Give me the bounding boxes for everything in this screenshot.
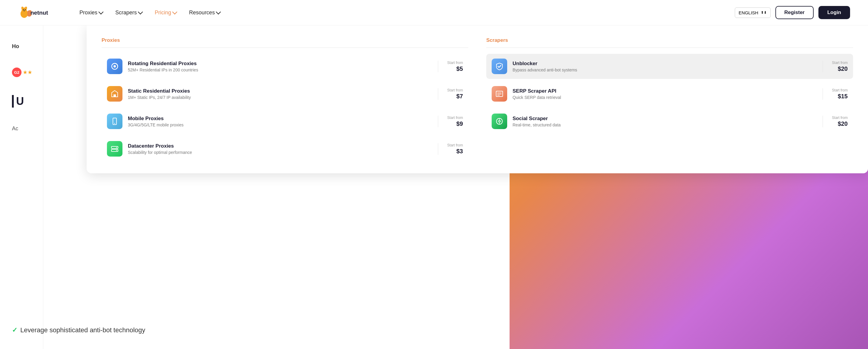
nav-item-pricing[interactable]: Pricing: [150, 6, 181, 19]
unblocker-price: Start from $20: [823, 61, 848, 72]
scraper-item-serp[interactable]: SERP Scraper API Quick SERP data retriev…: [486, 81, 853, 106]
left-g2-badge: G2 ★★: [12, 67, 43, 77]
proxy-item-static[interactable]: Static Residential Proxies 1M+ Static IP…: [101, 81, 468, 106]
rotating-proxy-content: Rotating Residential Proxies 52M+ Reside…: [128, 61, 428, 72]
datacenter-proxy-price: Start from $3: [438, 143, 463, 155]
nav-item-resources[interactable]: Resources: [184, 6, 225, 19]
static-proxy-price: Start from $7: [438, 88, 463, 100]
proxy-item-mobile[interactable]: Mobile Proxies 3G/4G/5G/LTE mobile proxi…: [101, 109, 468, 134]
left-u-letter: U: [12, 95, 43, 108]
social-scraper-price-from: Start from: [832, 116, 848, 120]
svg-point-9: [114, 65, 116, 67]
static-proxy-price-amount: $7: [456, 93, 463, 99]
rotating-proxy-title: Rotating Residential Proxies: [128, 61, 428, 67]
datacenter-proxy-desc: Scalability for optimal performance: [128, 150, 428, 155]
proxies-section: Proxies Rotating Residential Proxi: [101, 37, 468, 162]
mega-dropdown: Proxies Rotating Residential Proxi: [87, 25, 868, 173]
unblocker-price-amount: $20: [838, 65, 848, 72]
serp-icon: [492, 86, 507, 101]
svg-point-5: [25, 9, 26, 10]
mobile-proxy-desc: 3G/4G/5G/LTE mobile proxies: [128, 122, 428, 127]
rotating-proxy-price-amount: $5: [456, 65, 463, 72]
social-scraper-icon: [492, 114, 507, 129]
left-panel-items: Ho G2 ★★ U Ac: [12, 43, 43, 132]
main-content: Ho G2 ★★ U Ac Proxies: [0, 25, 868, 349]
svg-point-3: [25, 6, 27, 9]
chevron-down-icon: [138, 9, 143, 14]
check-icon: ✓: [12, 326, 17, 334]
svg-point-12: [115, 123, 115, 124]
chevron-down-icon: [99, 9, 104, 14]
left-panel: Ho G2 ★★ U Ac: [0, 25, 43, 349]
g2-icon: G2: [12, 67, 22, 77]
svg-point-2: [21, 6, 23, 9]
rotating-proxy-price-from: Start from: [447, 61, 463, 65]
nav-right: ENGLISH ⬆⬇ Register Login: [735, 6, 850, 19]
mobile-proxy-icon: [107, 114, 122, 129]
social-scraper-price: Start from $20: [823, 116, 848, 127]
scraper-item-social[interactable]: Social Scraper Real-time, structured dat…: [486, 109, 853, 134]
serp-desc: Quick SERP data retrieval: [513, 95, 812, 100]
datacenter-proxy-title: Datacenter Proxies: [128, 143, 428, 149]
chevron-down-icon: [172, 9, 178, 14]
svg-text:netnut: netnut: [30, 9, 48, 16]
unblocker-desc: Bypass advanced anti-bot systems: [513, 67, 812, 72]
login-button[interactable]: Login: [818, 6, 850, 19]
navbar: netnut Proxies Scrapers Pricing Resource…: [0, 0, 868, 25]
mobile-proxy-price: Start from $9: [438, 116, 463, 127]
unblocker-title: Unblocker: [513, 61, 812, 67]
rotating-proxy-price: Start from $5: [438, 61, 463, 72]
serp-title: SERP Scraper API: [513, 88, 812, 94]
nav-items: Proxies Scrapers Pricing Resources: [75, 6, 735, 19]
unblocker-content: Unblocker Bypass advanced anti-bot syste…: [513, 61, 812, 72]
social-scraper-price-amount: $20: [838, 120, 848, 127]
static-proxy-desc: 1M+ Static IPs, 24/7 IP availability: [128, 95, 428, 100]
hero-area: Proxies Rotating Residential Proxi: [43, 25, 868, 349]
static-proxy-price-from: Start from: [447, 88, 463, 92]
language-arrows: ⬆⬇: [761, 10, 767, 14]
logo[interactable]: netnut: [18, 5, 60, 20]
mobile-proxy-title: Mobile Proxies: [128, 116, 428, 122]
svg-rect-10: [114, 94, 116, 97]
register-button[interactable]: Register: [775, 6, 814, 19]
serp-content: SERP Scraper API Quick SERP data retriev…: [513, 88, 812, 100]
proxies-list: Rotating Residential Proxies 52M+ Reside…: [101, 54, 468, 162]
mobile-proxy-price-amount: $9: [456, 120, 463, 127]
svg-rect-14: [112, 149, 118, 151]
scrapers-list: Unblocker Bypass advanced anti-bot syste…: [486, 54, 853, 134]
scraper-item-unblocker[interactable]: Unblocker Bypass advanced anti-bot syste…: [486, 54, 853, 79]
rotating-proxy-icon: [107, 59, 122, 74]
proxy-item-rotating[interactable]: Rotating Residential Proxies 52M+ Reside…: [101, 54, 468, 79]
datacenter-proxy-content: Datacenter Proxies Scalability for optim…: [128, 143, 428, 155]
static-proxy-title: Static Residential Proxies: [128, 88, 428, 94]
svg-point-15: [116, 147, 117, 148]
language-selector[interactable]: ENGLISH ⬆⬇: [735, 7, 771, 18]
left-ac-label: Ac: [12, 125, 43, 132]
mobile-proxy-price-from: Start from: [447, 116, 463, 120]
datacenter-proxy-price-from: Start from: [447, 143, 463, 147]
svg-point-4: [23, 9, 24, 10]
social-scraper-desc: Real-time, structured data: [513, 122, 812, 127]
left-home-label: Ho: [12, 43, 43, 50]
static-proxy-icon: [107, 86, 122, 101]
datacenter-proxy-price-amount: $3: [456, 148, 463, 154]
scrapers-section-title: Scrapers: [486, 37, 853, 48]
serp-price-from: Start from: [832, 88, 848, 92]
scrapers-section: Scrapers Unblocker Bypass advanced an: [486, 37, 853, 162]
serp-price: Start from $15: [823, 88, 848, 100]
proxy-item-datacenter[interactable]: Datacenter Proxies Scalability for optim…: [101, 136, 468, 162]
svg-point-6: [24, 10, 25, 11]
star-rating: ★★: [23, 69, 32, 76]
unblocker-icon: [492, 59, 507, 74]
nav-item-proxies[interactable]: Proxies: [75, 6, 107, 19]
svg-rect-17: [496, 91, 503, 96]
social-scraper-content: Social Scraper Real-time, structured dat…: [513, 116, 812, 127]
nav-item-scrapers[interactable]: Scrapers: [111, 6, 147, 19]
mobile-proxy-content: Mobile Proxies 3G/4G/5G/LTE mobile proxi…: [128, 116, 428, 127]
social-scraper-title: Social Scraper: [513, 116, 812, 122]
proxies-section-title: Proxies: [101, 37, 468, 48]
rotating-proxy-desc: 52M+ Residential IPs in 200 countries: [128, 67, 428, 72]
chevron-down-icon: [216, 9, 221, 14]
svg-point-16: [116, 150, 117, 151]
unblocker-price-from: Start from: [832, 61, 848, 65]
